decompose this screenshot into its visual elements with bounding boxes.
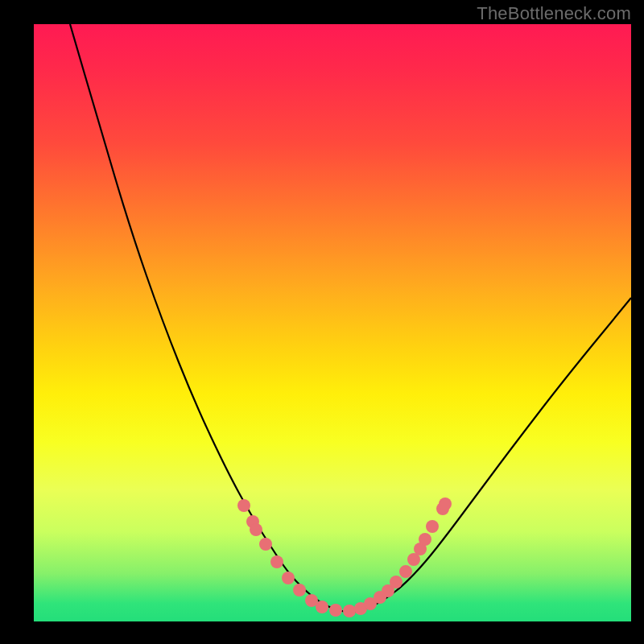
data-point bbox=[329, 604, 342, 617]
watermark-text: TheBottleneck.com bbox=[477, 3, 631, 24]
data-point bbox=[399, 565, 412, 578]
data-point bbox=[439, 497, 452, 510]
data-point bbox=[259, 538, 272, 551]
data-point bbox=[237, 499, 250, 512]
data-point bbox=[282, 572, 295, 584]
data-point bbox=[390, 576, 402, 588]
data-point bbox=[343, 605, 356, 617]
bottleneck-curve bbox=[70, 24, 631, 612]
chart-frame: TheBottleneck.com bbox=[0, 0, 644, 644]
data-point bbox=[316, 601, 328, 613]
data-points bbox=[237, 497, 452, 617]
data-point bbox=[419, 533, 431, 546]
data-point bbox=[270, 555, 283, 568]
curve-svg bbox=[34, 24, 631, 621]
data-point bbox=[426, 520, 439, 533]
data-point bbox=[250, 523, 262, 536]
data-point bbox=[293, 584, 306, 597]
plot-area bbox=[34, 24, 631, 621]
